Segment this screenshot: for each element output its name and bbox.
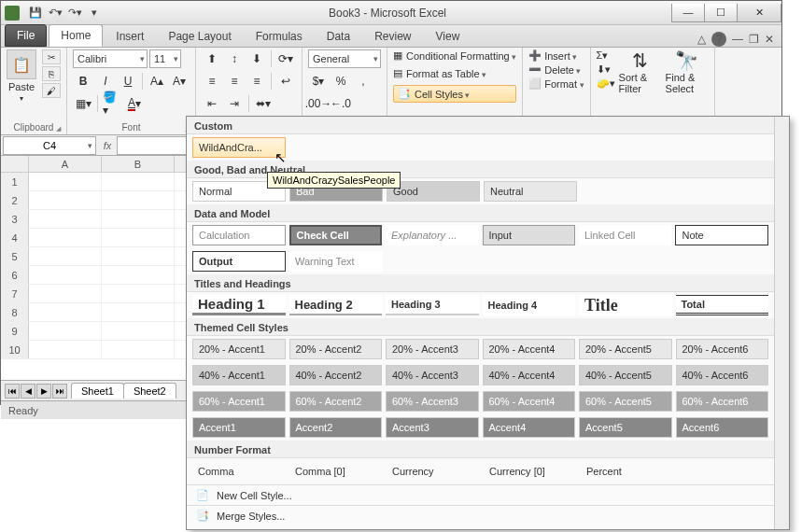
- cell[interactable]: [102, 173, 175, 190]
- italic-button[interactable]: I: [95, 72, 116, 91]
- cell[interactable]: [29, 266, 102, 284]
- accounting-format-icon[interactable]: $▾: [308, 72, 329, 91]
- cell[interactable]: [29, 173, 102, 190]
- align-middle-icon[interactable]: ↕: [224, 49, 245, 68]
- style-currency-0[interactable]: Currency [0]: [484, 461, 577, 482]
- increase-decimal-icon[interactable]: .00→: [308, 94, 329, 113]
- tab-formulas[interactable]: Formulas: [245, 26, 314, 47]
- style-20-accent1[interactable]: 20% - Accent1: [192, 339, 286, 359]
- close-button[interactable]: ✕: [737, 4, 781, 22]
- cell[interactable]: [102, 191, 175, 209]
- grow-font-icon[interactable]: A▴: [147, 72, 167, 91]
- comma-format-icon[interactable]: ,: [353, 72, 373, 91]
- style-60-accent3[interactable]: 60% - Accent3: [386, 391, 479, 412]
- style-accent1[interactable]: Accent1: [192, 417, 286, 438]
- save-icon[interactable]: 💾: [27, 5, 44, 21]
- style-60-accent4[interactable]: 60% - Accent4: [483, 391, 576, 412]
- style-heading-4[interactable]: Heading 4: [483, 295, 576, 315]
- percent-format-icon[interactable]: %: [331, 72, 351, 91]
- style-60-accent1[interactable]: 60% - Accent1: [192, 391, 286, 412]
- sheet-tab[interactable]: Sheet2: [123, 383, 176, 399]
- cell[interactable]: [102, 210, 175, 228]
- cell-styles-button[interactable]: 📑Cell Styles: [393, 85, 516, 103]
- underline-button[interactable]: U: [118, 72, 138, 91]
- align-left-icon[interactable]: ≡: [202, 72, 222, 91]
- style-input[interactable]: Input: [483, 225, 576, 245]
- style-40-accent4[interactable]: 40% - Accent4: [483, 365, 576, 385]
- gallery-scrollbar[interactable]: [774, 117, 789, 529]
- style-heading-3[interactable]: Heading 3: [386, 295, 479, 315]
- redo-icon[interactable]: ↷▾: [66, 5, 83, 21]
- style-20-accent2[interactable]: 20% - Accent2: [289, 339, 383, 359]
- style-note[interactable]: Note: [675, 225, 768, 245]
- cell[interactable]: [29, 285, 102, 302]
- style-20-accent3[interactable]: 20% - Accent3: [386, 339, 479, 359]
- last-sheet-icon[interactable]: ⏭: [52, 384, 67, 399]
- paste-icon[interactable]: 📋: [7, 49, 36, 79]
- style-check-cell[interactable]: Check Cell: [289, 225, 383, 245]
- style-comma-0[interactable]: Comma [0]: [289, 461, 383, 482]
- format-as-table-button[interactable]: ▤Format as Table: [393, 67, 516, 79]
- align-top-icon[interactable]: ⬆: [202, 49, 222, 68]
- first-sheet-icon[interactable]: ⏮: [5, 384, 20, 399]
- style-40-accent6[interactable]: 40% - Accent6: [676, 365, 769, 385]
- fill-color-icon[interactable]: 🪣▾: [102, 94, 122, 113]
- number-format-combo[interactable]: General: [308, 49, 381, 68]
- next-sheet-icon[interactable]: ▶: [36, 384, 51, 399]
- row-header[interactable]: 9: [1, 322, 29, 340]
- cell[interactable]: [29, 210, 102, 228]
- cell[interactable]: [102, 266, 175, 284]
- row-header[interactable]: 8: [1, 303, 29, 321]
- insert-cells-button[interactable]: ➕Insert: [528, 49, 584, 62]
- style-40-accent5[interactable]: 40% - Accent5: [579, 365, 672, 385]
- style-neutral[interactable]: Neutral: [484, 181, 577, 202]
- style-percent[interactable]: Percent: [581, 461, 674, 482]
- format-painter-icon[interactable]: 🖌: [42, 83, 61, 98]
- tab-data[interactable]: Data: [316, 26, 361, 47]
- clear-button[interactable]: 🧽▾: [597, 77, 615, 90]
- style-accent6[interactable]: Accent6: [676, 417, 769, 438]
- row-header[interactable]: 6: [1, 266, 29, 284]
- minimize-ribbon-icon[interactable]: △: [697, 33, 706, 46]
- minimize-button[interactable]: —: [671, 4, 705, 22]
- style-calculation[interactable]: Calculation: [192, 225, 286, 245]
- style-comma[interactable]: Comma: [192, 461, 286, 482]
- new-cell-style-button[interactable]: 📄New Cell Style...: [187, 484, 774, 505]
- tab-page-layout[interactable]: Page Layout: [157, 26, 242, 47]
- row-header[interactable]: 1: [1, 173, 29, 190]
- orientation-icon[interactable]: ⟳▾: [275, 49, 296, 68]
- paste-label[interactable]: Paste: [8, 81, 35, 92]
- style-40-accent3[interactable]: 40% - Accent3: [386, 365, 479, 385]
- style-accent2[interactable]: Accent2: [289, 417, 383, 438]
- doc-close-icon[interactable]: ✕: [765, 33, 774, 46]
- style-accent5[interactable]: Accent5: [579, 417, 672, 438]
- undo-icon[interactable]: ↶▾: [47, 5, 63, 21]
- style-60-accent2[interactable]: 60% - Accent2: [289, 391, 383, 412]
- autosum-button[interactable]: Σ▾: [597, 49, 615, 62]
- tab-insert[interactable]: Insert: [105, 26, 155, 47]
- conditional-formatting-button[interactable]: ▦Conditional Formatting: [393, 49, 516, 62]
- format-cells-button[interactable]: ⬜Format: [528, 77, 584, 90]
- style-20-accent4[interactable]: 20% - Accent4: [483, 339, 576, 359]
- doc-minimize-icon[interactable]: —: [732, 33, 743, 46]
- style-20-accent5[interactable]: 20% - Accent5: [579, 339, 672, 359]
- style-accent3[interactable]: Accent3: [386, 417, 479, 438]
- cell[interactable]: [102, 341, 175, 358]
- tab-review[interactable]: Review: [363, 26, 422, 47]
- font-name-combo[interactable]: Calibri: [73, 49, 148, 68]
- maximize-button[interactable]: ☐: [704, 4, 738, 22]
- decrease-indent-icon[interactable]: ⇤: [202, 94, 222, 113]
- style-heading-1[interactable]: Heading 1: [192, 295, 286, 315]
- style-heading-2[interactable]: Heading 2: [289, 295, 383, 315]
- cell[interactable]: [102, 322, 175, 340]
- align-center-icon[interactable]: ≡: [224, 72, 245, 91]
- column-header[interactable]: B: [102, 156, 175, 172]
- cut-icon[interactable]: ✂: [42, 49, 61, 64]
- column-header[interactable]: A: [29, 156, 102, 172]
- font-size-combo[interactable]: 11: [149, 49, 181, 68]
- style-total[interactable]: Total: [676, 295, 769, 315]
- wrap-text-icon[interactable]: ↩: [275, 72, 296, 91]
- tab-home[interactable]: Home: [49, 24, 103, 47]
- style-20-accent6[interactable]: 20% - Accent6: [676, 339, 769, 359]
- cell[interactable]: [29, 191, 102, 209]
